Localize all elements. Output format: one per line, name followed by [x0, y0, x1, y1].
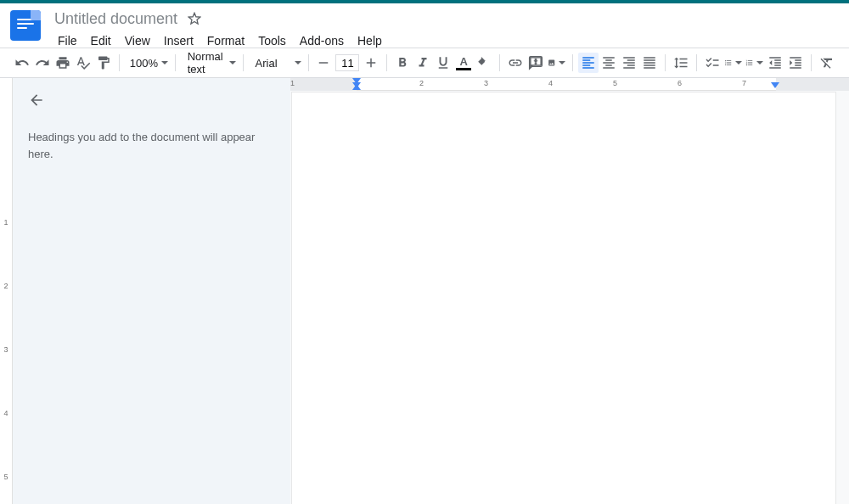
document-title[interactable]: Untitled document [51, 10, 181, 28]
document-page[interactable] [292, 92, 835, 504]
star-icon[interactable] [188, 12, 201, 25]
menu-bar: File Edit View Insert Format Tools Add-o… [51, 31, 839, 51]
align-right-button[interactable] [619, 53, 639, 73]
text-color-button[interactable]: A [453, 53, 474, 73]
outline-empty-text: Headings you add to the document will ap… [28, 129, 275, 162]
bulleted-list-button[interactable] [722, 53, 744, 73]
menu-addons[interactable]: Add-ons [293, 31, 351, 51]
main-area: 1 2 3 4 5 Headings you add to the docume… [0, 78, 849, 504]
caret-down-icon [559, 61, 565, 64]
paint-format-button[interactable] [93, 53, 114, 73]
caret-down-icon [735, 61, 742, 64]
menu-format[interactable]: Format [200, 31, 251, 51]
align-center-button[interactable] [599, 53, 619, 73]
menu-edit[interactable]: Edit [84, 31, 118, 51]
add-comment-button[interactable] [526, 53, 546, 73]
font-size-input[interactable] [335, 54, 359, 71]
header: Untitled document File Edit View Insert … [0, 3, 849, 48]
zoom-select[interactable]: 100% [125, 57, 170, 70]
font-select[interactable]: Arial [249, 57, 303, 70]
caret-down-icon [161, 61, 168, 64]
toolbar: 100% Normal text Arial A [0, 48, 849, 78]
close-outline-button[interactable] [28, 92, 45, 109]
horizontal-ruler[interactable]: 1 2 3 4 5 6 7 [290, 78, 849, 91]
print-button[interactable] [53, 53, 73, 73]
redo-button[interactable] [32, 53, 53, 73]
outline-panel: Headings you add to the document will ap… [13, 78, 290, 504]
right-indent-marker[interactable] [771, 82, 779, 88]
increase-indent-button[interactable] [785, 53, 806, 73]
caret-down-icon [756, 61, 763, 64]
caret-down-icon [295, 61, 301, 64]
left-indent-marker[interactable] [352, 82, 361, 88]
insert-image-button[interactable] [546, 53, 567, 73]
clear-formatting-button[interactable] [817, 53, 837, 73]
document-area: 1 2 3 4 5 6 7 [290, 78, 849, 504]
numbered-list-button[interactable] [744, 53, 765, 73]
decrease-indent-button[interactable] [765, 53, 785, 73]
caret-down-icon [229, 61, 236, 64]
checklist-button[interactable] [702, 53, 722, 73]
increase-font-size-button[interactable] [361, 53, 381, 73]
menu-tools[interactable]: Tools [251, 31, 293, 51]
insert-link-button[interactable] [505, 53, 526, 73]
docs-logo[interactable] [10, 10, 41, 41]
align-left-button[interactable] [578, 53, 599, 73]
undo-button[interactable] [12, 53, 32, 73]
align-justify-button[interactable] [639, 53, 660, 73]
vertical-ruler[interactable]: 1 2 3 4 5 [0, 78, 13, 504]
decrease-font-size-button[interactable] [313, 53, 334, 73]
menu-file[interactable]: File [51, 31, 84, 51]
highlight-color-button[interactable] [474, 53, 494, 73]
menu-insert[interactable]: Insert [157, 31, 200, 51]
spellcheck-button[interactable] [73, 53, 93, 73]
menu-help[interactable]: Help [351, 31, 389, 51]
underline-button[interactable] [433, 53, 453, 73]
menu-view[interactable]: View [118, 31, 157, 51]
bold-button[interactable] [392, 53, 413, 73]
paragraph-style-select[interactable]: Normal text [181, 50, 238, 76]
italic-button[interactable] [413, 53, 433, 73]
line-spacing-button[interactable] [671, 53, 691, 73]
